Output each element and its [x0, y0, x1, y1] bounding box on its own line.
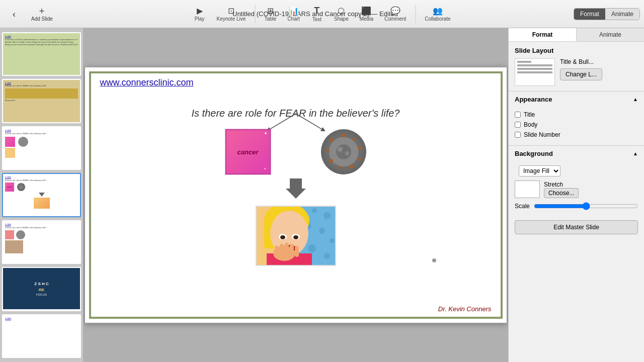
edit-master-slide-button[interactable]: Edit Master Slide [515, 220, 638, 234]
format-tab-btn[interactable]: Format [574, 9, 605, 20]
fear-image [256, 206, 336, 266]
appearance-section: Title Body Slide Number [509, 107, 644, 145]
layout-name: Title & Bull... [560, 58, 602, 65]
slides-panel[interactable]: c.com In the time of Christ small infect… [0, 28, 83, 362]
svg-point-5 [358, 146, 362, 150]
svg-point-22 [319, 228, 325, 234]
animate-tab-btn[interactable]: Animate [605, 9, 639, 20]
play-icon: ▶ [197, 6, 203, 16]
slide-url[interactable]: www.connersclinic.com [100, 77, 194, 88]
scale-slider[interactable] [534, 202, 638, 210]
scale-row: Scale [515, 202, 638, 210]
media-button[interactable]: ⬛ Media [355, 5, 378, 23]
table-button[interactable]: ⊞ Table [259, 5, 281, 23]
svg-point-25 [308, 244, 316, 252]
shape-button[interactable]: ⬡ Shape [329, 5, 354, 23]
keynote-live-button[interactable]: ⊡ Keynote Live [212, 5, 251, 23]
slide-layout-section: Slide Layout Title & Bull... Change L... [509, 42, 644, 91]
table-icon: ⊞ [267, 6, 274, 16]
add-icon: ＋ [37, 6, 46, 15]
text-icon: T [314, 6, 319, 16]
appearance-header[interactable]: Appearance ▲ [509, 91, 644, 107]
format-animate-toggle: Format Animate [574, 8, 640, 20]
svg-rect-44 [290, 244, 294, 257]
svg-point-10 [327, 149, 330, 152]
format-panel-tab[interactable]: Format [509, 28, 577, 41]
bg-image-row: Stretch Choose... [515, 180, 638, 198]
toolbar: ‹ ＋ Add Slide ▶ Play ⊡ Keynote Live ⊞ Ta… [0, 0, 644, 28]
text-button[interactable]: T Text [306, 4, 328, 24]
svg-point-8 [339, 166, 342, 169]
appearance-toggle-icon: ▲ [633, 97, 638, 102]
down-arrow [286, 178, 306, 201]
collaborate-button[interactable]: 👥 Collaborate [420, 5, 455, 23]
background-section: Image Fill Stretch Choose... Scale [509, 161, 644, 214]
collaborate-icon: 👥 [433, 6, 443, 16]
slide-thumb-4[interactable]: c.com Is there are role for FEAR in the … [2, 173, 81, 217]
back-button[interactable]: ‹ [4, 8, 24, 21]
background-title: Background [515, 150, 553, 157]
layout-line-3 [517, 68, 552, 70]
layout-line-1 [517, 61, 531, 63]
play-button[interactable]: ▶ Play [189, 5, 211, 23]
svg-point-37 [280, 235, 285, 239]
appearance-title: Appearance [515, 96, 552, 103]
chart-icon: 📊 [289, 6, 299, 16]
background-header[interactable]: Background ▲ [509, 145, 644, 161]
svg-point-24 [330, 238, 335, 243]
canvas-area[interactable]: www.connersclinic.com Is there are role … [83, 28, 508, 362]
svg-rect-43 [285, 243, 289, 257]
toolbar-right: Format Animate [574, 8, 640, 20]
slide-thumb-2[interactable]: c.com Is there are role for FEAR in the … [2, 79, 81, 123]
bg-stretch-choose: Stretch Choose... [544, 181, 579, 198]
animate-panel-tab[interactable]: Animate [577, 28, 644, 41]
separator2 [415, 5, 416, 23]
svg-point-6 [358, 158, 361, 161]
svg-marker-15 [286, 178, 306, 199]
svg-point-20 [324, 212, 331, 219]
svg-line-1 [296, 114, 324, 130]
toolbar-center: ▶ Play ⊡ Keynote Live ⊞ Table 📊 Chart T … [189, 4, 456, 24]
svg-line-0 [268, 114, 296, 130]
svg-point-14 [345, 151, 349, 155]
slide-number-checkbox-label: Slide Number [524, 131, 560, 138]
slide-number-checkbox[interactable] [515, 132, 521, 138]
cancer-box: cancer [225, 129, 271, 174]
back-icon: ‹ [13, 10, 16, 19]
bg-choose-button[interactable]: Choose... [544, 188, 579, 198]
bg-stretch-label: Stretch [544, 181, 563, 188]
slide-thumb-6[interactable]: Z S H C RE FOCUS [2, 267, 81, 311]
slide-thumb-1[interactable]: c.com In the time of Christ small infect… [2, 32, 81, 76]
body-checkbox-row: Body [515, 121, 638, 128]
change-layout-button[interactable]: Change L... [560, 68, 602, 80]
slide-layout-title: Slide Layout [515, 47, 638, 54]
down-arrow-svg [286, 178, 306, 199]
body-checkbox[interactable] [515, 122, 521, 128]
scale-label: Scale [515, 203, 530, 210]
cancer-label: cancer [237, 148, 259, 156]
bg-image-preview [515, 180, 540, 198]
slide-number-checkbox-row: Slide Number [515, 131, 638, 138]
slide-thumb-3[interactable]: c.com Is there are role for FEAR in the … [2, 126, 81, 170]
cursor [432, 258, 436, 262]
layout-preview [515, 58, 555, 86]
svg-point-12 [336, 144, 351, 159]
slide-thumb-7[interactable]: c.com [2, 314, 81, 358]
media-icon: ⬛ [361, 6, 371, 16]
svg-rect-45 [295, 246, 299, 257]
keynote-live-icon: ⊡ [228, 6, 234, 16]
virus-svg [321, 129, 366, 174]
chart-button[interactable]: 📊 Chart [282, 5, 304, 23]
slide-thumb-5[interactable]: c.com Is there are role for FEAR in the … [2, 220, 81, 264]
svg-rect-41 [275, 246, 279, 257]
add-slide-button[interactable]: ＋ Add Slide [27, 4, 57, 24]
toolbar-left: ‹ ＋ Add Slide [4, 4, 57, 24]
title-checkbox[interactable] [515, 112, 521, 118]
slide-content: www.connersclinic.com Is there are role … [85, 67, 507, 323]
svg-point-7 [349, 164, 353, 168]
fear-woman-svg [257, 206, 335, 266]
right-panel-tabs: Format Animate [509, 28, 644, 42]
comment-button[interactable]: 💬 Comment [379, 5, 411, 23]
bg-fill-dropdown[interactable]: Image Fill [519, 165, 560, 176]
svg-point-13 [338, 147, 343, 152]
